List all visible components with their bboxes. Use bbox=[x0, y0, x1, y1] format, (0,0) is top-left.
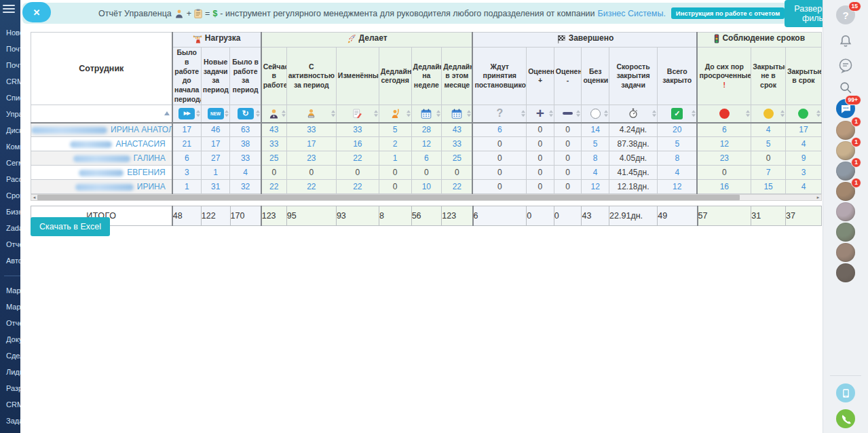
sort-arrows-icon[interactable] bbox=[282, 111, 286, 117]
close-button[interactable]: ✕ bbox=[22, 2, 51, 22]
value-cell[interactable]: 33 bbox=[261, 137, 287, 151]
scrollbar-thumb[interactable] bbox=[37, 195, 740, 200]
column-header-15[interactable]: До сих пор просроченные ! bbox=[697, 48, 751, 105]
column-icon-cell-6[interactable] bbox=[379, 105, 411, 123]
value-cell[interactable]: 46 bbox=[201, 123, 230, 137]
horizontal-scrollbar[interactable]: ◄ ► bbox=[31, 194, 822, 201]
value-cell[interactable]: 8 bbox=[658, 151, 698, 166]
employee-sort-cell[interactable] bbox=[31, 105, 172, 123]
sort-arrows-icon[interactable] bbox=[780, 111, 785, 117]
sidebar-item-bottom-7[interactable]: CRM bbox=[6, 396, 20, 413]
column-header-11[interactable]: Оценены - bbox=[554, 48, 582, 105]
value-cell[interactable]: 43 bbox=[261, 123, 287, 137]
employee-name-link[interactable]: АНАСТАСИЯ bbox=[115, 139, 165, 149]
value-cell[interactable]: 23 bbox=[286, 151, 336, 166]
sidebar-item-top-5[interactable]: Упра bbox=[6, 106, 20, 122]
sort-arrows-icon[interactable] bbox=[604, 111, 608, 117]
recent-contact-3[interactable]: 1 bbox=[836, 182, 855, 201]
scroll-left-arrow-icon[interactable]: ◄ bbox=[31, 195, 37, 200]
value-cell[interactable]: 6 bbox=[411, 151, 442, 166]
sidebar-item-top-1[interactable]: Почт bbox=[6, 41, 20, 57]
column-icon-cell-10[interactable]: + bbox=[527, 105, 554, 123]
sidebar-item-bottom-1[interactable]: Мар bbox=[6, 299, 20, 315]
sort-arrows-icon[interactable] bbox=[746, 111, 750, 117]
value-cell[interactable]: 12 bbox=[582, 180, 609, 194]
sort-arrows-icon[interactable] bbox=[196, 111, 200, 117]
value-cell[interactable]: 28 bbox=[411, 123, 442, 137]
column-icon-cell-1[interactable]: NEW bbox=[201, 105, 230, 123]
value-cell[interactable]: 17 bbox=[172, 123, 202, 137]
column-header-13[interactable]: Скорость закрытия задачи bbox=[609, 48, 657, 105]
column-header-2[interactable]: Было в работе за период bbox=[230, 48, 261, 105]
scroll-right-arrow-icon[interactable]: ► bbox=[815, 195, 821, 200]
help-button[interactable]: ?15 bbox=[836, 5, 855, 24]
value-cell[interactable]: 12 bbox=[697, 137, 751, 151]
value-cell[interactable]: 17 bbox=[201, 137, 230, 151]
sidebar-item-bottom-6[interactable]: Разр bbox=[6, 380, 20, 396]
sidebar-item-top-10[interactable]: Срок bbox=[6, 187, 20, 204]
value-cell[interactable]: 12 bbox=[411, 137, 442, 151]
column-header-6[interactable]: Дедлайн сегодня bbox=[379, 48, 411, 105]
value-cell[interactable]: 22 bbox=[336, 180, 379, 194]
employee-name-link[interactable]: ИРИНА АНАТОЛЬЕВНА bbox=[111, 125, 172, 134]
employee-column-header[interactable]: Сотрудник bbox=[31, 33, 172, 105]
value-cell[interactable]: 4 bbox=[785, 137, 821, 151]
column-icon-cell-7[interactable] bbox=[411, 105, 442, 123]
sidebar-item-bottom-4[interactable]: Сдел bbox=[6, 347, 20, 364]
value-cell[interactable]: 1 bbox=[379, 151, 411, 166]
value-cell[interactable]: 4 bbox=[582, 166, 609, 180]
mobile-app-icon[interactable] bbox=[836, 383, 855, 402]
column-icon-cell-17[interactable] bbox=[785, 105, 821, 123]
sort-arrows-icon[interactable] bbox=[816, 111, 820, 117]
column-header-17[interactable]: Закрытые в срок bbox=[785, 48, 821, 105]
value-cell[interactable]: 23 bbox=[697, 151, 751, 166]
column-header-10[interactable]: Оценены + bbox=[527, 48, 554, 105]
column-header-9[interactable]: Ждут принятия постановщиком bbox=[472, 48, 526, 105]
value-cell[interactable]: 6 bbox=[172, 151, 202, 166]
avatar[interactable]: 1 bbox=[836, 121, 855, 140]
value-cell[interactable]: 9 bbox=[785, 151, 821, 166]
column-icon-cell-9[interactable]: ? bbox=[472, 105, 526, 123]
sort-arrows-icon[interactable] bbox=[692, 111, 696, 117]
sidebar-item-top-14[interactable]: Авто bbox=[6, 252, 20, 269]
avatar[interactable] bbox=[836, 223, 855, 242]
sidebar-item-top-2[interactable]: Почт bbox=[6, 57, 20, 73]
sidebar-item-bottom-8[interactable]: Зада bbox=[6, 413, 20, 429]
avatar[interactable]: 1 bbox=[836, 141, 855, 160]
sidebar-item-top-3[interactable]: CRM bbox=[6, 73, 20, 90]
column-icon-cell-15[interactable] bbox=[697, 105, 751, 123]
column-header-8[interactable]: Дедлайн в этом месяце bbox=[442, 48, 473, 105]
sidebar-item-top-11[interactable]: Бизн bbox=[6, 204, 20, 220]
employee-name-link[interactable]: ЕВГЕНИЯ bbox=[127, 168, 165, 177]
instruction-badge[interactable]: Инструкция по работе с отчетом bbox=[671, 7, 785, 19]
employee-name-link[interactable]: ИРИНА bbox=[137, 182, 166, 191]
column-icon-cell-3[interactable] bbox=[261, 105, 287, 123]
value-cell[interactable]: 8 bbox=[582, 151, 609, 166]
value-cell[interactable]: 20 bbox=[658, 123, 698, 137]
value-cell[interactable]: 4 bbox=[658, 166, 698, 180]
value-cell[interactable]: 38 bbox=[230, 137, 261, 151]
recent-contact-5[interactable] bbox=[836, 223, 855, 242]
value-cell[interactable]: 16 bbox=[336, 137, 379, 151]
sort-arrows-icon[interactable] bbox=[467, 111, 471, 117]
sort-arrows-icon[interactable] bbox=[374, 111, 378, 117]
recent-contact-4[interactable] bbox=[836, 202, 855, 221]
column-header-12[interactable]: Без оценки bbox=[582, 48, 609, 105]
sidebar-item-bottom-0[interactable]: Мар bbox=[6, 282, 20, 299]
value-cell[interactable]: 33 bbox=[442, 137, 473, 151]
value-cell[interactable]: 25 bbox=[442, 151, 473, 166]
notifications-button[interactable] bbox=[838, 34, 854, 50]
column-icon-cell-14[interactable]: ✓ bbox=[658, 105, 698, 123]
sort-arrows-icon[interactable] bbox=[256, 111, 260, 117]
value-cell[interactable]: 43 bbox=[442, 123, 473, 137]
mobile-app-button[interactable] bbox=[836, 383, 855, 402]
avatar[interactable] bbox=[836, 202, 855, 221]
column-icon-cell-16[interactable] bbox=[751, 105, 786, 123]
sidebar-item-bottom-3[interactable]: Доку bbox=[6, 331, 20, 347]
column-header-4[interactable]: С активностью за период bbox=[286, 48, 336, 105]
value-cell[interactable]: 10 bbox=[411, 180, 442, 194]
value-cell[interactable]: 4 bbox=[751, 123, 786, 137]
sidebar-item-top-4[interactable]: Спис bbox=[6, 90, 20, 106]
value-cell[interactable]: 5 bbox=[658, 137, 698, 151]
value-cell[interactable]: 22 bbox=[286, 180, 336, 194]
